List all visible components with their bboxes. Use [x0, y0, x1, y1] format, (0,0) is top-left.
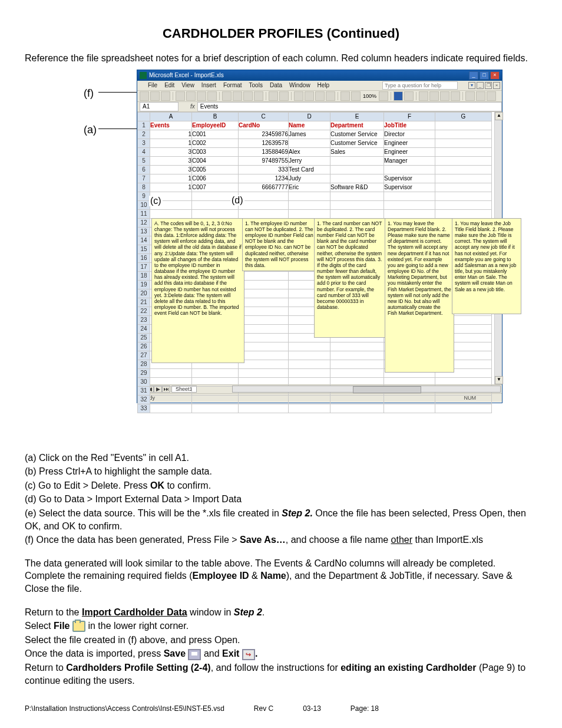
data-cell[interactable]: 1: [150, 174, 192, 183]
data-cell[interactable]: [239, 200, 289, 209]
data-cell[interactable]: CardNo: [239, 121, 289, 130]
data-cell[interactable]: Supervisor: [384, 174, 435, 183]
maximize-button[interactable]: □: [480, 71, 489, 80]
save-icon[interactable]: [161, 91, 170, 101]
data-cell[interactable]: [150, 209, 192, 218]
data-cell[interactable]: 13588469: [239, 147, 289, 156]
data-cell[interactable]: [239, 298, 289, 307]
data-cell[interactable]: [150, 386, 192, 395]
row-header[interactable]: 31: [138, 386, 150, 395]
merge-icon[interactable]: [451, 91, 460, 101]
data-cell[interactable]: C004: [192, 156, 239, 165]
row-header[interactable]: 29: [138, 368, 150, 377]
row-header[interactable]: 20: [138, 289, 150, 298]
data-cell[interactable]: [435, 395, 492, 404]
data-cell[interactable]: [239, 315, 289, 324]
row-header[interactable]: 14: [138, 236, 150, 245]
copy-icon[interactable]: [233, 91, 242, 101]
data-cell[interactable]: Test Card: [289, 165, 330, 174]
new-icon[interactable]: [140, 91, 149, 101]
data-cell[interactable]: [435, 192, 492, 200]
redo-icon[interactable]: [279, 91, 289, 101]
data-cell[interactable]: [192, 368, 239, 377]
menu-data[interactable]: Data: [270, 82, 282, 88]
data-cell[interactable]: [239, 209, 289, 218]
row-header[interactable]: 7: [138, 174, 150, 183]
data-cell[interactable]: Supervisor: [384, 183, 435, 192]
doc-close[interactable]: ×: [493, 82, 500, 89]
data-cell[interactable]: 333: [239, 165, 289, 174]
row-header[interactable]: 5: [138, 156, 150, 165]
col-header[interactable]: C: [239, 112, 289, 121]
data-cell[interactable]: [192, 404, 239, 413]
data-cell[interactable]: Events: [150, 121, 192, 130]
data-cell[interactable]: 3: [150, 147, 192, 156]
data-cell[interactable]: [289, 351, 330, 360]
data-cell[interactable]: 23459876: [239, 130, 289, 139]
data-cell[interactable]: 12639578: [239, 139, 289, 147]
data-cell[interactable]: [289, 404, 330, 413]
data-cell[interactable]: Department: [330, 121, 384, 130]
data-cell[interactable]: [330, 174, 384, 183]
row-header[interactable]: 32: [138, 395, 150, 404]
data-cell[interactable]: [289, 360, 330, 368]
data-cell[interactable]: [239, 395, 289, 404]
data-cell[interactable]: [435, 147, 492, 156]
data-cell[interactable]: [330, 209, 384, 218]
research-icon[interactable]: [207, 91, 217, 101]
data-cell[interactable]: C002: [192, 139, 239, 147]
data-cell[interactable]: C005: [192, 165, 239, 174]
row-header[interactable]: 22: [138, 307, 150, 315]
scroll-up-icon[interactable]: ▲: [495, 112, 503, 120]
row-header[interactable]: 1: [138, 121, 150, 130]
data-cell[interactable]: 1: [150, 183, 192, 192]
data-cell[interactable]: [330, 395, 384, 404]
data-cell[interactable]: Eric: [289, 183, 330, 192]
fx-input[interactable]: Events: [197, 102, 502, 111]
align-left-icon[interactable]: [419, 91, 428, 101]
data-cell[interactable]: [435, 209, 492, 218]
doc-restore[interactable]: ❐: [485, 82, 492, 89]
help-icon[interactable]: [379, 91, 388, 101]
data-cell[interactable]: Engineer: [384, 139, 435, 147]
data-cell[interactable]: [289, 368, 330, 377]
data-cell[interactable]: [435, 404, 492, 413]
data-cell[interactable]: [330, 351, 384, 360]
menu-edit[interactable]: Edit: [164, 82, 174, 88]
row-header[interactable]: 30: [138, 377, 150, 386]
data-cell[interactable]: [435, 174, 492, 183]
doc-dropdown[interactable]: ▾: [468, 82, 475, 89]
data-cell[interactable]: [384, 165, 435, 174]
data-cell[interactable]: [330, 156, 384, 165]
data-cell[interactable]: [435, 200, 492, 209]
data-cell[interactable]: [289, 342, 330, 351]
row-header[interactable]: 19: [138, 280, 150, 289]
row-header[interactable]: 4: [138, 147, 150, 156]
data-cell[interactable]: [435, 130, 492, 139]
print-icon[interactable]: [176, 91, 185, 101]
chart-icon[interactable]: [340, 91, 350, 101]
help-box[interactable]: [382, 81, 458, 90]
close-button[interactable]: ×: [490, 71, 500, 80]
data-cell[interactable]: [384, 404, 435, 413]
data-cell[interactable]: [239, 342, 289, 351]
row-header[interactable]: 24: [138, 324, 150, 333]
data-cell[interactable]: [289, 209, 330, 218]
align-right-icon[interactable]: [440, 91, 449, 101]
menu-format[interactable]: Format: [223, 82, 242, 88]
data-cell[interactable]: [289, 200, 330, 209]
data-cell[interactable]: [384, 192, 435, 200]
data-cell[interactable]: [384, 200, 435, 209]
data-cell[interactable]: [192, 395, 239, 404]
data-cell[interactable]: [150, 395, 192, 404]
data-cell[interactable]: 3: [150, 165, 192, 174]
row-header[interactable]: 10: [138, 200, 150, 209]
menu-insert[interactable]: Insert: [201, 82, 216, 88]
data-cell[interactable]: [239, 324, 289, 333]
data-cell[interactable]: [239, 368, 289, 377]
row-header[interactable]: 2: [138, 130, 150, 139]
data-cell[interactable]: 1: [150, 130, 192, 139]
menu-file[interactable]: File: [148, 82, 157, 88]
data-cell[interactable]: Manager: [384, 156, 435, 165]
drawing-icon[interactable]: [351, 91, 361, 101]
